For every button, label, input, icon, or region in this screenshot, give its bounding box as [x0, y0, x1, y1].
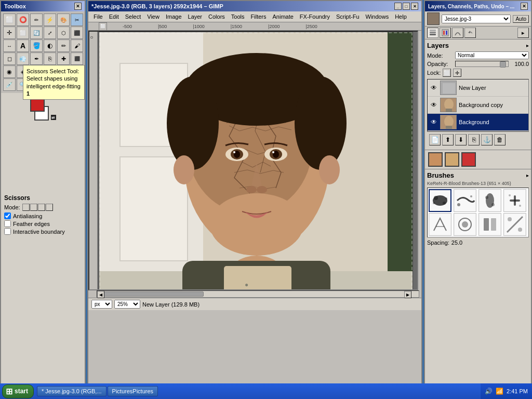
tool-rotate[interactable]: 🔄	[30, 26, 43, 39]
toolbox-close-button[interactable]: ✕	[74, 3, 82, 10]
tool-crop[interactable]: ⬜	[17, 26, 29, 39]
file-selector[interactable]: Jesse.jpg-3	[442, 15, 511, 23]
tool-scissors-select[interactable]: ✂	[71, 14, 83, 26]
brush-item-8[interactable]	[503, 213, 526, 236]
tool-heal[interactable]: ✚	[57, 52, 70, 65]
horizontal-scrollbar[interactable]: ▶ ◀	[97, 290, 419, 298]
menu-file[interactable]: File	[90, 12, 106, 21]
brush-item-4[interactable]	[503, 189, 526, 212]
menu-select[interactable]: Select	[122, 12, 144, 21]
lower-layer-button[interactable]: ⬇	[455, 134, 467, 145]
tool-shear[interactable]: ⬡	[57, 26, 70, 39]
brush-item-1[interactable]	[429, 189, 451, 212]
layers-tab[interactable]	[427, 28, 438, 38]
mode-add-icon[interactable]	[30, 204, 37, 211]
gimp-close-button[interactable]: ✕	[411, 3, 418, 10]
tool-perspective-clone[interactable]: ⬛	[71, 52, 83, 65]
brush-item-2[interactable]	[454, 189, 476, 212]
menu-layer[interactable]: Layer	[185, 12, 206, 21]
canvas-area[interactable]: 0 100 200 300	[88, 31, 418, 290]
layers-collapse-button[interactable]: ▸	[526, 43, 529, 48]
layer-visibility-new-layer[interactable]: 👁	[430, 84, 438, 92]
antialiasing-checkbox[interactable]	[4, 212, 11, 219]
tool-fuzzy-select[interactable]: ⚡	[44, 14, 56, 26]
menu-colors[interactable]: Colors	[205, 12, 228, 21]
mode-subtract-icon[interactable]	[38, 204, 45, 211]
menu-animate[interactable]: Animate	[269, 12, 296, 21]
anchor-layer-button[interactable]: ⚓	[481, 134, 493, 145]
tool-text[interactable]: A	[17, 39, 29, 52]
menu-image[interactable]: Image	[163, 12, 185, 21]
menu-scriptfu[interactable]: Script-Fu	[333, 12, 363, 21]
menu-view[interactable]: View	[144, 12, 163, 21]
layer-visibility-background[interactable]: 👁	[430, 118, 438, 126]
gimp-maximize-button[interactable]: □	[403, 3, 410, 10]
lock-position-button[interactable]: ✛	[453, 69, 461, 77]
menu-edit[interactable]: Edit	[106, 12, 122, 21]
tool-eraser[interactable]: ◻	[3, 52, 16, 65]
opacity-slider[interactable]	[455, 61, 509, 67]
layer-visibility-bg-copy[interactable]: 👁	[430, 101, 438, 109]
hscroll-thumb[interactable]	[100, 291, 204, 297]
hscroll-left-button[interactable]: ◀	[97, 291, 104, 298]
tool-ellipse-select[interactable]: ⭕	[17, 14, 29, 26]
gimp-minimize-button[interactable]: _	[394, 3, 402, 10]
canvas-image[interactable]: ●	[99, 32, 413, 290]
duplicate-layer-button[interactable]: ⎘	[468, 134, 480, 145]
tool-blur[interactable]: ◉	[3, 65, 16, 78]
mode-replace-icon[interactable]	[22, 204, 30, 211]
tool-pencil[interactable]: ✏	[57, 39, 70, 52]
tool-paintbrush[interactable]: 🖌	[71, 39, 83, 52]
unit-select[interactable]: px	[91, 300, 112, 309]
zoom-select[interactable]: 25%	[114, 300, 140, 309]
lock-pixels-button[interactable]: ⬜	[443, 69, 451, 77]
layer-item-background[interactable]: 👁 Background	[428, 114, 528, 131]
menu-filters[interactable]: Filters	[248, 12, 270, 21]
undo-tab[interactable]	[464, 28, 476, 38]
tool-bucket-fill[interactable]: 🪣	[30, 39, 43, 52]
tool-move[interactable]: ✛	[3, 26, 16, 39]
tool-select-by-color[interactable]: 🎨	[57, 14, 70, 26]
menu-help[interactable]: Help	[392, 12, 410, 21]
paths-tab[interactable]	[452, 28, 463, 38]
mode-intersect-icon[interactable]	[46, 204, 53, 211]
tool-airbrush[interactable]: 💨	[17, 52, 29, 65]
tool-flip[interactable]: ↔	[3, 39, 16, 52]
delete-layer-button[interactable]: 🗑	[494, 134, 506, 145]
ruler-corner[interactable]: ⬜	[99, 22, 107, 31]
tool-perspective[interactable]: ⬛	[71, 26, 83, 39]
taskbar-item-gimp[interactable]: * Jesse.jpg-3.0 (RGB,...	[37, 386, 107, 396]
auto-button[interactable]: Auto	[513, 15, 529, 23]
tool-free-select[interactable]: ✏	[30, 14, 43, 26]
channels-tab[interactable]	[440, 28, 451, 38]
brush-item-7[interactable]	[478, 213, 501, 236]
menu-windows[interactable]: Windows	[363, 12, 392, 21]
swap-colors-icon[interactable]: ⇄	[51, 115, 56, 120]
tool-ink[interactable]: ✒	[30, 52, 43, 65]
interactive-boundary-checkbox[interactable]	[4, 228, 11, 235]
third-swatch-panel[interactable]	[461, 152, 476, 167]
layer-item-background-copy[interactable]: 👁 Background copy	[428, 97, 528, 114]
menu-tools[interactable]: Tools	[228, 12, 248, 21]
brush-item-3[interactable]	[478, 189, 501, 212]
layer-item-new-layer[interactable]: 👁 New Layer	[428, 79, 528, 97]
hscroll-right-button[interactable]: ▶	[404, 291, 411, 298]
tool-scale[interactable]: ⤢	[44, 26, 56, 39]
foreground-swatch-panel[interactable]	[428, 152, 443, 167]
brush-item-5[interactable]	[429, 213, 451, 236]
tool-clone[interactable]: ⎘	[44, 52, 56, 65]
layer-panel-close-button[interactable]: ✕	[521, 3, 528, 10]
menu-fxfoundry[interactable]: FX-Foundry	[297, 12, 333, 21]
mode-select[interactable]: Normal	[455, 51, 529, 59]
feather-edges-checkbox[interactable]	[4, 220, 11, 227]
brush-item-6[interactable]	[454, 213, 476, 236]
tool-rect-select[interactable]: ⬜	[3, 14, 16, 26]
taskbar-item-pictures[interactable]: PicturesPictures	[108, 386, 158, 396]
brushes-collapse-button[interactable]: ▸	[526, 172, 529, 178]
tool-colorpicker[interactable]: 💉	[3, 78, 16, 91]
tool-blend[interactable]: ◐	[44, 39, 56, 52]
start-button[interactable]: ⊞ start	[2, 384, 34, 398]
background-swatch-panel[interactable]	[445, 152, 459, 167]
raise-layer-button[interactable]: ⬆	[442, 134, 454, 145]
new-layer-button[interactable]: 📄	[429, 134, 441, 145]
